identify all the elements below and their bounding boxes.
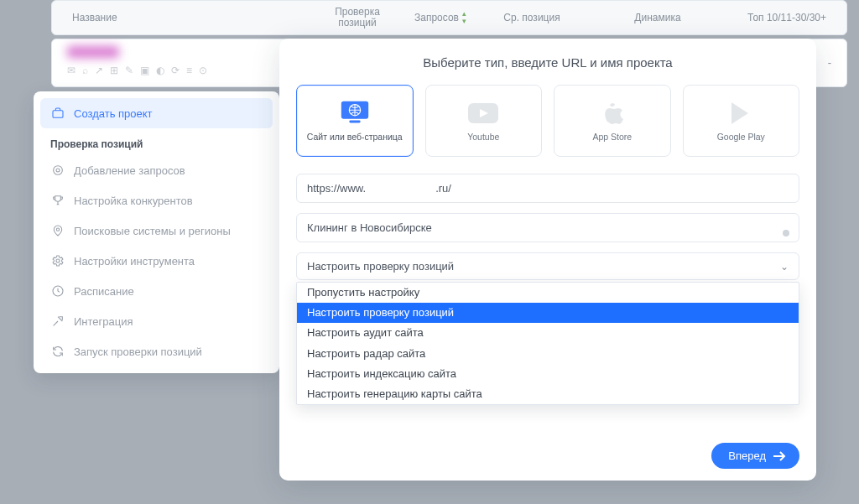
sidebar-item-add-queries[interactable]: Добавление запросов — [40, 155, 273, 185]
svg-rect-7 — [349, 121, 360, 123]
monitor-globe-icon — [338, 100, 372, 127]
svg-point-3 — [56, 228, 59, 231]
sidebar-item-label: Поисковые системы и регионы — [74, 225, 231, 237]
chevron-down-icon: ⌄ — [780, 261, 789, 273]
arrow-right-icon — [773, 450, 786, 462]
type-card-website[interactable]: Сайт или веб-страница — [296, 85, 414, 157]
refresh-icon — [50, 345, 65, 358]
sidebar-item-label: Создать проект — [74, 107, 153, 120]
googleplay-icon — [724, 100, 757, 127]
sidebar-item-label: Добавление запросов — [74, 164, 185, 177]
dropdown-option[interactable]: Пропустить настройку — [297, 283, 799, 303]
integration-icon — [50, 314, 65, 328]
type-card-youtube[interactable]: Youtube — [425, 85, 543, 157]
sidebar-item-search-engines[interactable]: Поисковые системы и регионы — [40, 216, 273, 246]
sidebar-item-create-project[interactable]: Создать проект — [40, 98, 273, 128]
dropdown-option[interactable]: Настроить радар сайта — [297, 344, 799, 364]
sidebar-section-label: Проверка позиций — [40, 128, 273, 155]
sidebar-item-label: Запуск проверки позиций — [74, 346, 202, 358]
appstore-icon — [596, 100, 629, 127]
clock-icon — [50, 284, 65, 298]
briefcase-icon — [50, 107, 65, 120]
select-value: Настроить проверку позиций — [307, 260, 454, 273]
svg-rect-0 — [53, 111, 63, 118]
dropdown-option[interactable]: Настроить аудит сайта — [297, 323, 799, 343]
type-label: Сайт или веб-страница — [307, 132, 403, 142]
type-label: Google Play — [717, 132, 765, 142]
sidebar-item-label: Расписание — [74, 285, 134, 298]
next-step-dropdown: Пропустить настройку Настроить проверку … — [296, 282, 799, 405]
status-dot-icon — [783, 230, 789, 236]
map-pin-icon — [50, 224, 65, 237]
sidebar-item-tool-settings[interactable]: Настройки инструмента — [40, 246, 273, 276]
dropdown-option[interactable]: Настроить генерацию карты сайта — [297, 384, 799, 404]
gear-icon — [50, 254, 65, 268]
next-step-select[interactable]: Настроить проверку позиций ⌄ — [296, 252, 799, 280]
sidebar-item-label: Настройка конкурентов — [74, 195, 193, 207]
wizard-sidebar: Создать проект Проверка позиций Добавлен… — [34, 91, 279, 373]
modal-title: Выберите тип, введите URL и имя проекта — [296, 55, 799, 70]
svg-point-2 — [56, 169, 60, 172]
youtube-icon — [466, 100, 500, 127]
sidebar-item-integration[interactable]: Интеграция — [40, 306, 273, 336]
trophy-icon — [50, 194, 65, 207]
sidebar-item-label: Настройки инструмента — [74, 255, 195, 268]
type-label: Youtube — [467, 132, 499, 142]
forward-button-label: Вперед — [728, 449, 766, 462]
project-url-input[interactable] — [296, 174, 799, 203]
sidebar-item-run-check[interactable]: Запуск проверки позиций — [40, 336, 273, 366]
target-icon — [50, 164, 65, 177]
type-card-appstore[interactable]: App Store — [554, 85, 671, 157]
dropdown-option[interactable]: Настроить проверку позиций — [297, 303, 799, 323]
create-project-modal: Выберите тип, введите URL и имя проекта … — [279, 39, 816, 481]
project-type-selector: Сайт или веб-страница Youtube App Store … — [296, 85, 799, 157]
forward-button[interactable]: Вперед — [711, 443, 799, 469]
sidebar-item-schedule[interactable]: Расписание — [40, 276, 273, 306]
svg-point-1 — [54, 166, 63, 175]
project-name-input[interactable] — [296, 213, 799, 242]
type-card-googleplay[interactable]: Google Play — [683, 85, 800, 157]
sidebar-item-label: Интеграция — [74, 315, 133, 328]
sidebar-item-competitors[interactable]: Настройка конкурентов — [40, 185, 273, 216]
type-label: App Store — [592, 132, 632, 142]
dropdown-option[interactable]: Настроить индексацию сайта — [297, 364, 799, 384]
svg-point-4 — [56, 259, 60, 262]
